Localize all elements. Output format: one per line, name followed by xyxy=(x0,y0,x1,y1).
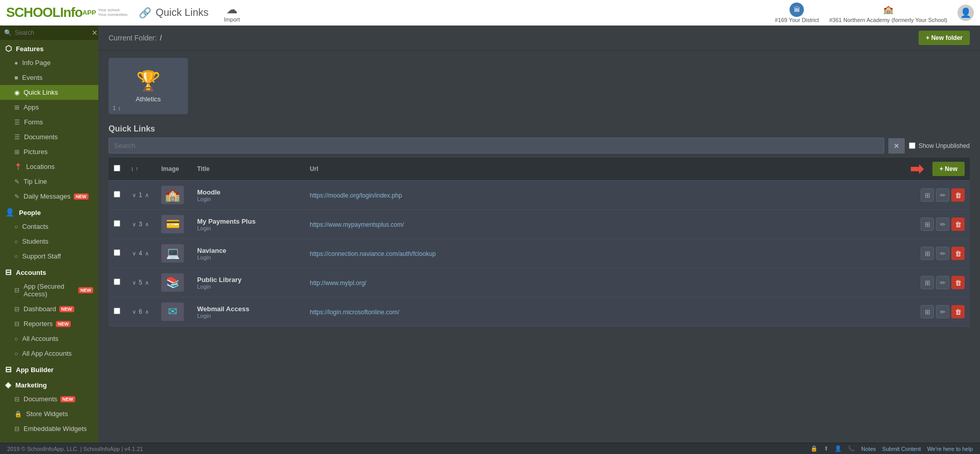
edit-button[interactable]: ✏ xyxy=(936,218,949,231)
tip-line-icon: ✎ xyxy=(14,178,19,185)
quicklinks-table-body: ∨ 1 ∧ 🏫 Moodle Login xyxy=(109,181,970,327)
folder-order-icon: ↕ xyxy=(118,105,121,111)
sidebar-item-label: Support Staff xyxy=(22,252,61,260)
athletics-trophy-icon: 🏆 xyxy=(136,70,160,92)
school-org[interactable]: 🏫 #361 Northern Academy (formerly Your S… xyxy=(829,3,947,23)
edit-button[interactable]: ✏ xyxy=(936,305,949,318)
edit-button[interactable]: ✏ xyxy=(936,247,949,260)
school-icon: 🏫 xyxy=(881,3,896,17)
link-url: https://connection.naviance.com/auth/fcl… xyxy=(310,250,436,257)
section-app-builder: ⊟ App Builder xyxy=(0,361,98,376)
view-button[interactable]: ⊞ xyxy=(921,218,934,231)
row-checkbox[interactable] xyxy=(114,249,120,256)
order-up-btn[interactable]: ∧ xyxy=(143,250,151,257)
quicklinks-search-clear[interactable]: ✕ xyxy=(888,138,905,154)
sidebar-item-store-widgets[interactable]: 🔒 Store Widgets xyxy=(0,406,98,421)
delete-button[interactable]: 🗑 xyxy=(951,188,965,202)
marketing-docs-icon: ⊟ xyxy=(14,396,19,403)
contacts-icon: ○ xyxy=(14,223,18,230)
support-staff-icon: ○ xyxy=(14,253,18,260)
action-buttons: ⊞ ✏ 🗑 xyxy=(921,188,965,202)
sidebar-item-label: Contacts xyxy=(22,223,48,230)
district-org[interactable]: 🏛 #169 Your District xyxy=(775,3,819,23)
pictures-icon: ⊞ xyxy=(14,148,19,156)
reporters-badge: NEW xyxy=(56,321,71,327)
people-section-label: People xyxy=(19,209,41,217)
sidebar-item-students[interactable]: ○ Students xyxy=(0,234,98,249)
link-title: Naviance xyxy=(197,247,300,254)
link-image: 💳 xyxy=(161,215,184,233)
dashboard-icon: ⊟ xyxy=(14,306,19,313)
help-link[interactable]: We're here to help xyxy=(927,446,973,452)
view-button[interactable]: ⊞ xyxy=(921,276,934,289)
clear-search-icon[interactable]: ✕ xyxy=(92,29,98,37)
main-header: Current Folder: / + New folder xyxy=(98,26,980,51)
sidebar-item-embeddable-widgets[interactable]: ⊟ Embeddable Widgets xyxy=(0,421,98,436)
sidebar-item-forms[interactable]: ☰ Forms xyxy=(0,115,98,129)
delete-button[interactable]: 🗑 xyxy=(951,218,965,231)
sidebar-item-contacts[interactable]: ○ Contacts xyxy=(0,219,98,234)
view-button[interactable]: ⊞ xyxy=(921,247,934,260)
link-title: Moodle xyxy=(197,188,300,196)
sidebar-item-all-app-accounts[interactable]: ○ All App Accounts xyxy=(0,346,98,361)
col-order-header[interactable]: ↕ ↑ xyxy=(125,158,156,181)
logo: SCHOOLInfoAPP Your school.Your connectio… xyxy=(6,5,129,20)
sidebar-item-documents[interactable]: ☰ Documents xyxy=(0,129,98,144)
select-all-checkbox[interactable] xyxy=(114,165,120,171)
order-down-btn[interactable]: ∨ xyxy=(131,191,138,199)
order-down-btn[interactable]: ∨ xyxy=(131,308,138,316)
edit-button[interactable]: ✏ xyxy=(936,276,949,289)
current-folder: Current Folder: / xyxy=(109,34,165,42)
new-folder-button[interactable]: + New folder xyxy=(919,31,970,45)
import-button[interactable]: ☁ Import xyxy=(224,3,240,23)
features-section-label: Features xyxy=(16,45,44,53)
sidebar-item-daily-messages[interactable]: ✎ Daily Messages NEW xyxy=(0,189,98,204)
row-checkbox[interactable] xyxy=(114,220,120,227)
sidebar-item-tip-line[interactable]: ✎ Tip Line xyxy=(0,174,98,189)
submit-content-link[interactable]: Submit Content xyxy=(882,446,921,452)
marketing-section-label: Marketing xyxy=(15,381,47,389)
delete-button[interactable]: 🗑 xyxy=(951,305,965,318)
sidebar-item-quick-links[interactable]: ◉ Quick Links xyxy=(0,85,98,100)
view-button[interactable]: ⊞ xyxy=(921,305,934,318)
row-checkbox[interactable] xyxy=(114,278,120,285)
sidebar-item-support-staff[interactable]: ○ Support Staff xyxy=(0,249,98,264)
sidebar-item-all-accounts[interactable]: ○ All Accounts xyxy=(0,331,98,346)
sidebar-item-label: App (Secured Access) xyxy=(24,283,75,298)
sidebar-item-label: Events xyxy=(22,74,42,81)
sidebar-item-locations[interactable]: 📍 Locations xyxy=(0,159,98,174)
order-up-btn[interactable]: ∧ xyxy=(143,191,151,199)
user-avatar[interactable]: 👤 xyxy=(957,5,974,21)
order-up-btn[interactable]: ∧ xyxy=(143,279,151,287)
order-down-btn[interactable]: ∨ xyxy=(131,279,138,287)
order-down-btn[interactable]: ∨ xyxy=(131,250,138,257)
row-checkbox[interactable] xyxy=(114,191,120,198)
section-features: ⬡ Features xyxy=(0,40,98,55)
row-checkbox[interactable] xyxy=(114,308,120,314)
edit-button[interactable]: ✏ xyxy=(936,188,949,202)
sidebar-item-pictures[interactable]: ⊞ Pictures xyxy=(0,144,98,159)
sidebar-item-app-secured[interactable]: ⊟ App (Secured Access) NEW xyxy=(0,279,98,301)
sidebar-item-apps[interactable]: ⊞ Apps xyxy=(0,100,98,115)
sidebar-item-events[interactable]: ■ Events xyxy=(0,70,98,85)
topbar-right: 🏛 #169 Your District 🏫 #361 Northern Aca… xyxy=(775,3,974,23)
action-buttons: ⊞ ✏ 🗑 xyxy=(921,305,965,318)
order-up-btn[interactable]: ∧ xyxy=(143,308,151,316)
sidebar-item-marketing-documents[interactable]: ⊟ Documents NEW xyxy=(0,392,98,406)
sidebar-item-info-page[interactable]: ● Info Page xyxy=(0,55,98,70)
order-down-btn[interactable]: ∨ xyxy=(131,221,138,228)
notes-link[interactable]: Notes xyxy=(861,446,876,452)
folder-order-num: 1 xyxy=(113,105,116,111)
view-button[interactable]: ⊞ xyxy=(921,188,934,202)
quicklinks-search-input[interactable] xyxy=(109,138,884,154)
delete-button[interactable]: 🗑 xyxy=(951,276,965,289)
show-unpublished-checkbox[interactable] xyxy=(909,142,915,149)
new-quicklink-button[interactable]: + New xyxy=(932,162,965,176)
folder-athletics[interactable]: 🏆 Athletics 1 ↕ xyxy=(109,58,188,114)
search-input[interactable] xyxy=(15,29,92,36)
order-up-btn[interactable]: ∧ xyxy=(143,221,151,228)
sidebar-item-dashboard[interactable]: ⊟ Dashboard NEW xyxy=(0,301,98,316)
sidebar-item-reporters[interactable]: ⊟ Reporters NEW xyxy=(0,316,98,331)
delete-button[interactable]: 🗑 xyxy=(951,247,965,260)
link-url: https://login.microsoftonline.com/ xyxy=(310,309,399,316)
